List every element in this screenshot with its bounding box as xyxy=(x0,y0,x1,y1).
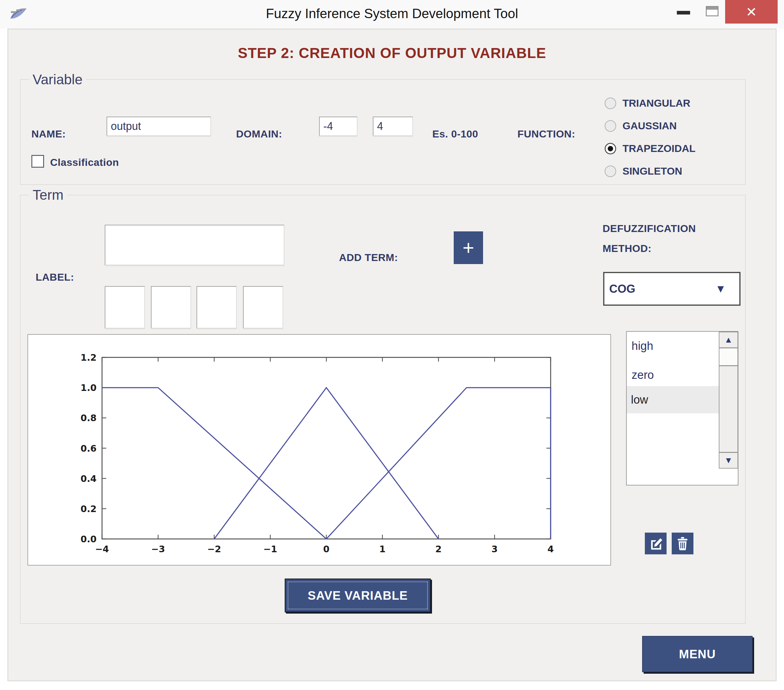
domain-label: DOMAIN: xyxy=(236,128,282,140)
defuzzification-method-select[interactable]: COG ▼ xyxy=(603,272,741,306)
chevron-down-icon: ▼ xyxy=(715,282,726,295)
add-term-label: ADD TERM: xyxy=(339,252,398,263)
svg-text:0.8: 0.8 xyxy=(81,413,97,423)
svg-text:0.0: 0.0 xyxy=(81,534,97,545)
terms-scrollbar[interactable]: ▲ ▼ xyxy=(719,332,738,469)
menu-button[interactable]: MENU xyxy=(642,636,753,672)
scroll-down-icon: ▼ xyxy=(724,456,733,465)
svg-text:0.6: 0.6 xyxy=(81,443,97,454)
close-icon: ✕ xyxy=(746,4,757,20)
svg-text:4: 4 xyxy=(548,544,554,555)
add-term-button[interactable]: + xyxy=(454,231,483,264)
domain-max-input[interactable] xyxy=(373,117,413,136)
application-window: Fuzzy Inference System Development Tool … xyxy=(0,0,784,690)
scrollbar-thumb[interactable] xyxy=(720,348,738,366)
scrollbar-up-button[interactable]: ▲ xyxy=(720,332,738,348)
svg-text:−1: −1 xyxy=(263,544,277,555)
term-name-input[interactable] xyxy=(105,225,284,265)
name-label: NAME: xyxy=(31,128,66,140)
name-input[interactable] xyxy=(107,117,211,136)
term-param2-input[interactable] xyxy=(151,286,191,328)
domain-hint-label: Es. 0-100 xyxy=(432,128,478,140)
svg-text:1.2: 1.2 xyxy=(81,352,97,363)
edit-icon xyxy=(648,536,664,551)
trash-icon xyxy=(675,536,690,551)
membership-plot: −4−3−2−1012340.00.20.40.60.81.01.2 xyxy=(28,335,610,565)
radio-trapezoidal[interactable] xyxy=(604,143,616,154)
svg-text:0.4: 0.4 xyxy=(81,474,97,484)
defuzzification-label-line1: DEFUZZIFICATION xyxy=(603,223,696,234)
delete-term-button[interactable] xyxy=(672,533,693,555)
classification-label: Classification xyxy=(50,157,119,168)
plus-icon: + xyxy=(463,236,474,259)
radio-gaussian[interactable] xyxy=(604,120,616,132)
maximize-button[interactable] xyxy=(700,0,725,23)
save-variable-button[interactable]: SAVE VARIABLE xyxy=(285,579,431,612)
minimize-button[interactable] xyxy=(671,0,696,23)
radio-triangular-label[interactable]: TRIANGULAR xyxy=(623,97,690,109)
minimize-icon xyxy=(677,11,690,15)
term-param3-input[interactable] xyxy=(196,286,237,328)
list-item-high[interactable]: high xyxy=(628,332,717,360)
page-title: STEP 2: CREATION OF OUTPUT VARIABLE xyxy=(0,45,784,61)
scrollbar-down-button[interactable]: ▼ xyxy=(720,452,738,468)
svg-text:3: 3 xyxy=(491,544,498,555)
list-item-low[interactable]: low xyxy=(627,386,719,413)
close-button[interactable]: ✕ xyxy=(725,0,777,23)
radio-gaussian-label[interactable]: GAUSSIAN xyxy=(623,120,677,132)
svg-text:0: 0 xyxy=(323,544,329,555)
domain-min-input[interactable] xyxy=(319,117,357,136)
scroll-up-icon: ▲ xyxy=(724,335,733,345)
svg-text:0.2: 0.2 xyxy=(81,503,97,514)
svg-text:1.0: 1.0 xyxy=(81,383,97,393)
title-bar: Fuzzy Inference System Development Tool … xyxy=(0,0,784,29)
radio-trapezoidal-label[interactable]: TRAPEZOIDAL xyxy=(623,143,695,154)
defuzzification-label-line2: METHOD: xyxy=(603,243,651,254)
radio-triangular[interactable] xyxy=(604,97,616,109)
membership-plot-frame: −4−3−2−1012340.00.20.40.60.81.01.2 xyxy=(28,334,611,566)
radio-singleton[interactable] xyxy=(604,165,616,177)
classification-checkbox[interactable] xyxy=(31,155,44,168)
term-group-label: Term xyxy=(29,187,67,203)
menu-label: MENU xyxy=(679,647,716,661)
svg-text:−2: −2 xyxy=(207,544,221,555)
window-title: Fuzzy Inference System Development Tool xyxy=(0,6,784,21)
save-variable-label: SAVE VARIABLE xyxy=(308,589,408,603)
radio-singleton-label[interactable]: SINGLETON xyxy=(623,165,682,177)
list-item-zero[interactable]: zero xyxy=(628,362,717,388)
svg-text:2: 2 xyxy=(435,544,441,555)
term-param4-input[interactable] xyxy=(243,286,283,328)
svg-text:1: 1 xyxy=(379,544,385,555)
edit-term-button[interactable] xyxy=(645,533,667,555)
defuzzification-method-value: COG xyxy=(604,282,715,295)
svg-text:−4: −4 xyxy=(95,544,109,555)
function-label: FUNCTION: xyxy=(517,128,575,140)
term-label-label: LABEL: xyxy=(36,271,74,283)
svg-text:−3: −3 xyxy=(151,544,165,555)
maximize-icon xyxy=(706,6,718,17)
variable-group-label: Variable xyxy=(29,71,86,87)
term-param1-input[interactable] xyxy=(105,286,145,328)
